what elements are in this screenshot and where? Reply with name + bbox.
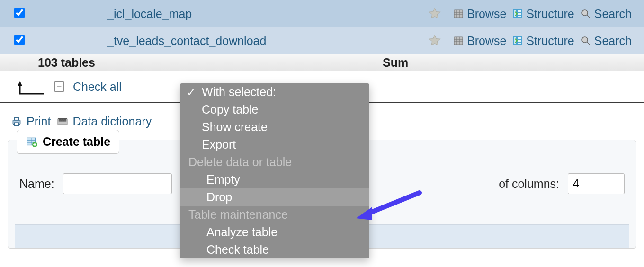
columns-count-input[interactable] xyxy=(568,173,625,194)
dropdown-option-empty[interactable]: Empty xyxy=(180,171,369,188)
dropdown-option-show-create[interactable]: Show create xyxy=(180,118,369,136)
dropdown-group-maintenance: Table maintenance xyxy=(180,206,369,223)
dropdown-option-label: Check table xyxy=(206,243,269,256)
browse-label: Browse xyxy=(467,34,506,48)
browse-action[interactable]: Browse xyxy=(453,34,506,48)
svg-line-21 xyxy=(587,42,590,45)
table-name-link[interactable]: _icl_locale_map xyxy=(107,7,428,21)
row-actions: Browse Structure Search xyxy=(428,7,644,21)
dropdown-option-drop[interactable]: Drop xyxy=(180,188,369,206)
svg-rect-5 xyxy=(513,10,516,18)
dropdown-option-label: Empty xyxy=(206,173,240,186)
structure-action[interactable]: Structure xyxy=(512,7,574,21)
data-dictionary-icon xyxy=(56,116,69,128)
svg-rect-16 xyxy=(513,37,516,44)
svg-rect-28 xyxy=(64,119,66,121)
table-row[interactable]: _tve_leads_contact_download Browse Struc… xyxy=(0,27,644,54)
structure-action[interactable]: Structure xyxy=(512,34,574,48)
svg-rect-24 xyxy=(15,123,19,126)
svg-rect-27 xyxy=(62,119,63,121)
check-all-checkbox[interactable]: − xyxy=(54,81,64,92)
structure-label: Structure xyxy=(526,7,574,21)
data-dictionary-link[interactable]: Data dictionary xyxy=(56,115,152,128)
summary-row: 103 tables Sum xyxy=(0,54,644,71)
dropdown-option-label: Analyze table xyxy=(206,225,277,239)
check-all-link[interactable]: Check all xyxy=(73,80,122,94)
svg-rect-17 xyxy=(517,37,522,44)
star-icon[interactable] xyxy=(428,7,441,20)
dropdown-option-label: Show create xyxy=(202,120,268,134)
browse-label: Browse xyxy=(467,7,506,21)
dropdown-option-label: With selected: xyxy=(202,85,276,98)
row-checkbox[interactable] xyxy=(14,8,27,20)
check-icon: ✓ xyxy=(187,86,196,99)
row-checkbox[interactable] xyxy=(14,35,27,47)
table-list: _icl_locale_map Browse Structure xyxy=(0,0,644,54)
create-table-label: Create table xyxy=(43,135,110,149)
search-action[interactable]: Search xyxy=(580,7,632,21)
star-icon[interactable] xyxy=(428,34,441,47)
print-link[interactable]: Print xyxy=(10,115,51,128)
table-name-link[interactable]: _tve_leads_contact_download xyxy=(107,34,428,48)
print-icon xyxy=(10,116,23,128)
create-table-icon xyxy=(26,136,38,148)
search-label: Search xyxy=(594,7,632,21)
row-actions: Browse Structure Search xyxy=(428,34,644,48)
table-grid-icon xyxy=(453,8,464,19)
structure-icon xyxy=(512,35,523,46)
with-selected-dropdown[interactable]: ✓ With selected: Copy table Show create … xyxy=(180,83,369,258)
browse-action[interactable]: Browse xyxy=(453,7,506,21)
search-label: Search xyxy=(594,34,632,48)
search-action[interactable]: Search xyxy=(580,34,632,48)
columns-label: of columns: xyxy=(499,177,559,191)
search-icon xyxy=(580,35,591,46)
svg-rect-6 xyxy=(517,10,522,18)
search-icon xyxy=(580,8,591,19)
svg-point-9 xyxy=(582,10,588,16)
dropdown-option-label: Export xyxy=(202,138,236,151)
structure-icon xyxy=(512,8,523,19)
dropdown-option-check[interactable]: Check table xyxy=(180,241,369,258)
svg-rect-26 xyxy=(59,119,61,121)
svg-line-10 xyxy=(587,15,590,18)
dropdown-option-analyze[interactable]: Analyze table xyxy=(180,223,369,241)
tables-count: 103 tables xyxy=(0,56,95,70)
name-label: Name: xyxy=(19,177,54,191)
sum-label: Sum xyxy=(383,56,644,70)
data-dictionary-label: Data dictionary xyxy=(72,115,152,128)
svg-rect-23 xyxy=(15,117,19,120)
table-name-input[interactable] xyxy=(63,173,172,194)
table-row[interactable]: _icl_locale_map Browse Structure xyxy=(0,0,644,27)
dropdown-option-label: Drop xyxy=(206,190,232,204)
create-table-button[interactable]: Create table xyxy=(17,130,119,154)
svg-point-20 xyxy=(582,37,588,43)
dropdown-option-copy[interactable]: Copy table xyxy=(180,101,369,118)
dropdown-option-label: Copy table xyxy=(202,103,259,116)
svg-rect-11 xyxy=(454,37,463,44)
svg-rect-0 xyxy=(454,10,463,18)
select-arrow-icon xyxy=(17,80,45,94)
print-label: Print xyxy=(27,115,51,128)
dropdown-option-selected[interactable]: ✓ With selected: xyxy=(180,83,369,101)
structure-label: Structure xyxy=(526,34,574,48)
dropdown-group-delete: Delete data or table xyxy=(180,153,369,171)
table-grid-icon xyxy=(453,35,464,46)
dropdown-option-export[interactable]: Export xyxy=(180,136,369,153)
